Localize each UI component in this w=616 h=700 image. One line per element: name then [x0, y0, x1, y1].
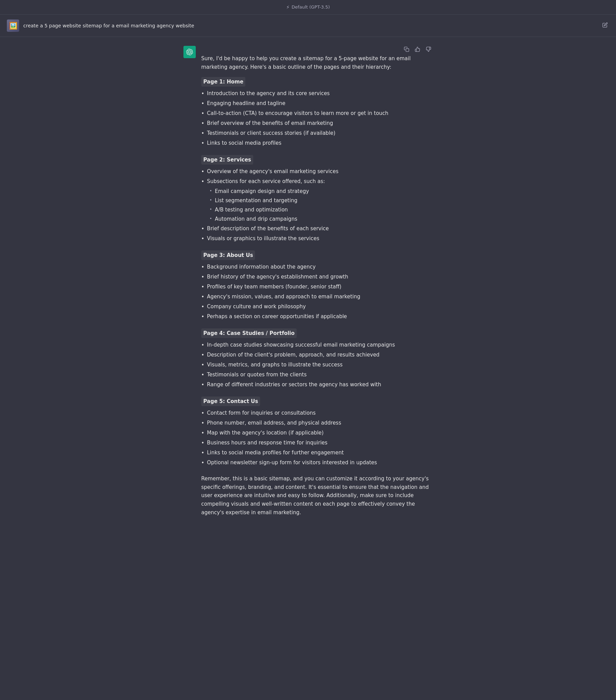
list-item: Map with the agency's location (if appli…: [201, 429, 433, 437]
list-item: Description of the client's problem, app…: [201, 351, 433, 359]
top-bar: ⚡ Default (GPT-3.5): [0, 0, 616, 15]
closing-text: Remember, this is a basic sitemap, and y…: [201, 475, 433, 517]
page-title-1: Page 1: Home: [201, 77, 245, 87]
user-avatar: 🖼️: [7, 20, 19, 32]
list-item: Visuals or graphics to illustrate the se…: [201, 234, 433, 243]
page-section-3: Page 3: About UsBackground information a…: [201, 250, 433, 321]
list-item: Brief history of the agency's establishm…: [201, 273, 433, 281]
list-item: Company culture and work philosophy: [201, 302, 433, 311]
thumbs-up-button[interactable]: [414, 45, 422, 54]
list-item: Brief overview of the benefits of email …: [201, 119, 433, 128]
list-item: Optional newsletter sign-up form for vis…: [201, 459, 433, 467]
page-section-1: Page 1: HomeIntroduction to the agency a…: [201, 77, 433, 148]
list-item: Automation and drip campaigns: [209, 215, 433, 223]
conversation-header: 🖼️ create a 5 page website sitemap for a…: [0, 15, 616, 37]
list-item: Visuals, metrics, and graphs to illustra…: [201, 361, 433, 369]
list-item: Links to social media profiles: [201, 139, 433, 148]
page-title-2: Page 2: Services: [201, 155, 253, 165]
list-item: Contact form for inquiries or consultati…: [201, 409, 433, 417]
list-item: Background information about the agency: [201, 263, 433, 271]
assistant-avatar: [183, 46, 196, 58]
svg-rect-0: [406, 49, 409, 52]
edit-conversation-button[interactable]: [601, 21, 609, 30]
list-item: Links to social media profiles for furth…: [201, 449, 433, 457]
list-item: Overview of the agency's email marketing…: [201, 167, 433, 176]
list-item: A/B testing and optimization: [209, 205, 433, 214]
list-item: Testimonials or quotes from the clients: [201, 371, 433, 379]
message-area: Sure, I'd be happy to help you create a …: [178, 37, 438, 525]
page-section-5: Page 5: Contact UsContact form for inqui…: [201, 397, 433, 467]
list-item: Brief description of the benefits of eac…: [201, 224, 433, 233]
list-item: In-depth case studies showcasing success…: [201, 341, 433, 349]
list-item: Call-to-action (CTA) to encourage visito…: [201, 109, 433, 118]
list-item: Phone number, email address, and physica…: [201, 419, 433, 427]
intro-text: Sure, I'd be happy to help you create a …: [201, 54, 433, 72]
sub-bullet-container: Email campaign design and strategyList s…: [201, 187, 433, 223]
list-item: Profiles of key team members (founder, s…: [201, 283, 433, 291]
message-top-row: [201, 45, 433, 54]
page-title-5: Page 5: Contact Us: [201, 397, 260, 406]
copy-button[interactable]: [403, 45, 411, 54]
list-item: Business hours and response time for inq…: [201, 439, 433, 447]
assistant-message: Sure, I'd be happy to help you create a …: [183, 45, 433, 517]
message-actions: [403, 45, 433, 54]
list-item: Introduction to the agency and its core …: [201, 89, 433, 98]
user-query-text: create a 5 page website sitemap for a em…: [23, 22, 194, 29]
list-item: Email campaign design and strategy: [209, 187, 433, 195]
list-item: Engaging headline and tagline: [201, 99, 433, 108]
conversation-header-left: 🖼️ create a 5 page website sitemap for a…: [7, 20, 194, 32]
page-title-3: Page 3: About Us: [201, 250, 255, 260]
model-label: Default (GPT-3.5): [292, 4, 330, 11]
list-item: Perhaps a section on career opportunitie…: [201, 312, 433, 321]
page-title-4: Page 4: Case Studies / Portfolio: [201, 328, 297, 338]
thumbs-down-button[interactable]: [424, 45, 433, 54]
list-item: List segmentation and targeting: [209, 196, 433, 204]
list-item: Subsections for each service offered, su…: [201, 177, 433, 186]
page-section-2: Page 2: ServicesOverview of the agency's…: [201, 155, 433, 243]
pages-container: Page 1: HomeIntroduction to the agency a…: [201, 77, 433, 467]
list-item: Agency's mission, values, and approach t…: [201, 292, 433, 301]
page-section-4: Page 4: Case Studies / PortfolioIn-depth…: [201, 328, 433, 389]
flash-icon: ⚡: [286, 3, 289, 11]
list-item: Testimonials or client success stories (…: [201, 129, 433, 138]
message-body: Sure, I'd be happy to help you create a …: [201, 45, 433, 517]
list-item: Range of different industries or sectors…: [201, 380, 433, 389]
